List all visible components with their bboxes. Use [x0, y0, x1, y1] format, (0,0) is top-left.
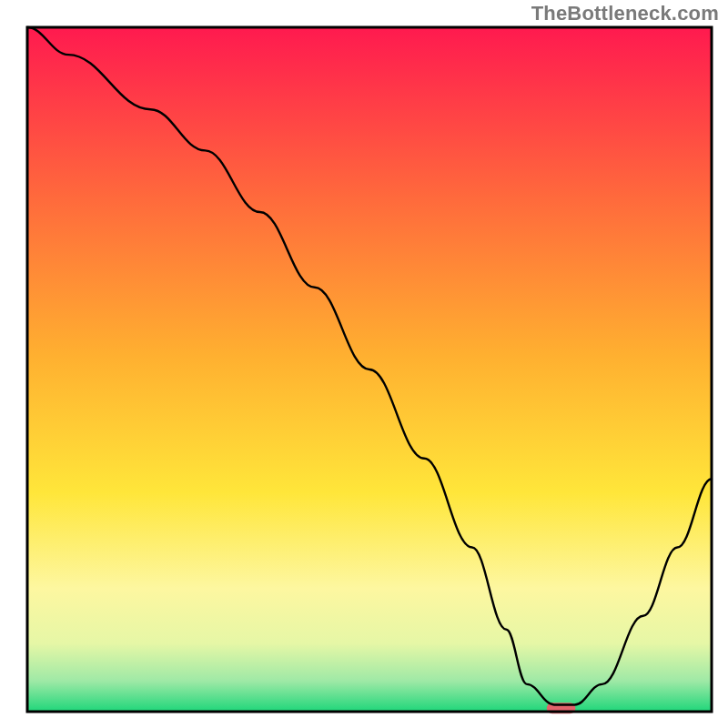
bottleneck-chart: [0, 0, 728, 728]
chart-canvas: TheBottleneck.com: [0, 0, 728, 728]
